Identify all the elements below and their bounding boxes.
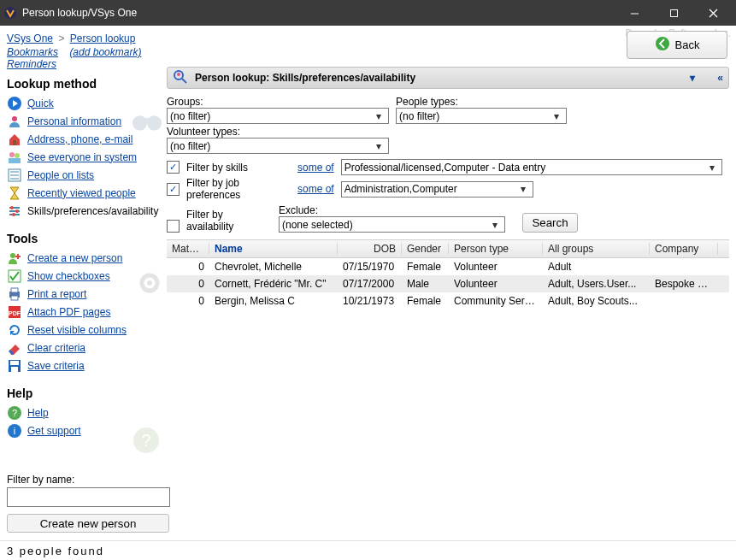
search-people-icon: [173, 69, 188, 87]
cell-name: Cornett, Frédéric "Mr. C": [209, 278, 338, 290]
back-button[interactable]: Back: [627, 31, 727, 59]
sidebar-item-label: Quick: [27, 97, 54, 109]
chevron-down-icon: ▾: [705, 162, 719, 174]
pdf-icon: PDF: [7, 304, 22, 320]
tool-label: Show checkboxes: [27, 270, 110, 282]
arrow-play-icon: [7, 96, 22, 111]
tool-reset-columns[interactable]: Reset visible columns: [7, 321, 162, 339]
cell-ptype: Volunteer: [449, 278, 543, 290]
svg-point-42: [656, 37, 669, 50]
chevron-down-icon: ▾: [550, 110, 563, 122]
list-icon: [7, 168, 22, 183]
titlebar: Person lookup/VSys One: [0, 0, 736, 26]
tool-label: Clear criteria: [27, 342, 85, 354]
maximize-button[interactable]: [654, 0, 693, 26]
info-icon: i: [7, 423, 22, 439]
svg-point-45: [177, 73, 180, 76]
filter-avail-checkbox[interactable]: [167, 220, 180, 233]
svg-rect-14: [13, 140, 16, 145]
cell-groups: Adult, Users.User...: [543, 278, 650, 290]
cell-match: 0: [167, 278, 209, 290]
reminders-link[interactable]: Reminders: [7, 58, 56, 70]
tool-save[interactable]: Save criteria: [7, 357, 162, 374]
breadcrumb-separator: >: [58, 32, 64, 44]
people-types-combo[interactable]: (no filter)▾: [396, 108, 567, 124]
chevron-down-icon: ▾: [372, 110, 386, 122]
groups-combo[interactable]: (no filter)▾: [167, 108, 389, 124]
add-bookmark-link[interactable]: (add bookmark): [69, 46, 141, 58]
some-of-skills-link[interactable]: some of: [297, 162, 334, 174]
cell-company: Bespoke S...: [650, 278, 718, 290]
cell-dob: 07/15/1970: [338, 261, 402, 273]
filter-jobs-checkbox[interactable]: [167, 183, 180, 196]
cell-match: 0: [167, 261, 209, 273]
svg-rect-32: [11, 296, 18, 300]
checkbox-icon: [7, 268, 22, 284]
sidebar-item-recent[interactable]: Recently viewed people: [7, 184, 162, 202]
svg-rect-2: [670, 9, 677, 16]
panel-collapse-icon[interactable]: «: [717, 72, 723, 84]
col-match[interactable]: Matc…: [167, 243, 209, 255]
exclude-combo[interactable]: (none selected)▾: [279, 216, 505, 233]
filter-name-input[interactable]: [7, 487, 170, 507]
filter-avail-label: Filter by availability: [186, 209, 272, 233]
panel-header: Person lookup: Skills/preferences/availa…: [167, 67, 729, 89]
hourglass-icon: [7, 186, 22, 201]
minimize-button[interactable]: [615, 0, 654, 26]
svg-point-6: [147, 115, 162, 130]
sidebar-item-lists[interactable]: People on lists: [7, 166, 162, 184]
person-icon: [7, 114, 22, 129]
cell-name: Chevrolet, Michelle: [209, 261, 338, 273]
tool-clear[interactable]: Clear criteria: [7, 339, 162, 357]
col-groups[interactable]: All groups: [543, 243, 650, 255]
col-ptype[interactable]: Person type: [449, 243, 543, 255]
svg-text:?: ?: [141, 431, 150, 450]
exclude-value: (none selected): [282, 219, 353, 231]
sidebar-item-everyone[interactable]: See everyone in system: [7, 148, 162, 166]
svg-text:i: i: [14, 426, 15, 436]
help-label: Help: [27, 407, 49, 419]
jobs-combo[interactable]: Administration,Computer▾: [341, 181, 533, 197]
col-company[interactable]: Company: [650, 243, 718, 255]
svg-rect-36: [10, 361, 19, 365]
tool-label: Save criteria: [27, 360, 85, 372]
col-dob[interactable]: DOB: [338, 243, 402, 255]
cell-name: Bergin, Melissa C: [209, 295, 338, 307]
cell-match: 0: [167, 295, 209, 307]
some-of-jobs-link[interactable]: some of: [297, 183, 334, 195]
search-button[interactable]: Search: [522, 213, 578, 233]
col-gender[interactable]: Gender: [402, 243, 449, 255]
table-row[interactable]: 0 Chevrolet, Michelle 07/15/1970 Female …: [167, 258, 729, 275]
svg-rect-31: [11, 288, 18, 292]
create-person-button[interactable]: Create new person: [7, 514, 169, 533]
sidebar-item-label: People on lists: [27, 169, 94, 181]
bookmarks-link[interactable]: Bookmarks: [7, 46, 58, 58]
vol-types-combo[interactable]: (no filter)▾: [167, 138, 389, 154]
table-row[interactable]: 0 Cornett, Frédéric "Mr. C" 07/17/2000 M…: [167, 275, 729, 292]
tool-pdf[interactable]: PDFAttach PDF pages: [7, 303, 162, 321]
panel-menu-icon[interactable]: ▾: [690, 72, 695, 84]
col-name[interactable]: Name: [209, 243, 338, 255]
tool-create-person[interactable]: Create a new person: [7, 249, 162, 267]
close-button[interactable]: [693, 0, 733, 26]
svg-text:?: ?: [12, 408, 17, 418]
help-ghost-icon: ?: [132, 426, 161, 455]
table-row[interactable]: 0 Bergin, Melissa C 10/21/1973 Female Co…: [167, 292, 729, 309]
breadcrumb: VSys One > Person lookup: [7, 29, 162, 46]
breadcrumb-leaf[interactable]: Person lookup: [70, 32, 136, 44]
help-icon: ?: [7, 405, 22, 421]
skills-combo[interactable]: Professional/licensed,Computer - Data en…: [341, 159, 722, 175]
cell-groups: Adult, Boy Scouts...: [543, 295, 650, 307]
back-label: Back: [675, 38, 700, 51]
breadcrumb-root[interactable]: VSys One: [7, 32, 53, 44]
window-title: Person lookup/VSys One: [22, 7, 615, 19]
sidebar-item-skills[interactable]: Skills/preferences/availability: [7, 202, 162, 220]
filter-skills-checkbox[interactable]: [167, 161, 180, 174]
cell-gender: Female: [402, 295, 449, 307]
sidebar-item-label: Address, phone, e-mail: [27, 133, 132, 145]
vol-types-value: (no filter): [170, 140, 210, 152]
help-item[interactable]: ?Help: [7, 404, 162, 421]
exclude-label: Exclude:: [279, 204, 505, 216]
person-plus-icon: [7, 251, 22, 266]
svg-point-28: [10, 253, 15, 258]
